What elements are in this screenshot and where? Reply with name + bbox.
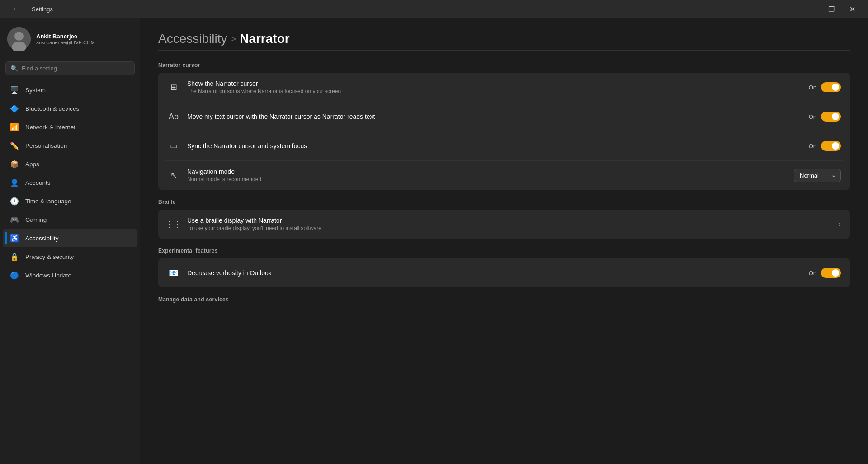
move-text-cursor-toggle-label: On (809, 113, 816, 120)
accessibility-icon: ♿ (10, 234, 19, 243)
sections-container: Narrator cursor⊞Show the Narrator cursor… (158, 62, 850, 303)
titlebar-title: Settings (32, 6, 53, 13)
breadcrumb-separator: > (231, 34, 236, 44)
nav-mode-dropdown[interactable]: NormalAdvanced (794, 169, 841, 182)
nav-mode-title: Navigation mode (187, 168, 787, 175)
setting-row-braille-display[interactable]: ⋮⋮Use a braille display with NarratorTo … (158, 210, 850, 239)
braille-display-text: Use a braille display with NarratorTo us… (187, 217, 831, 231)
sidebar-item-label-update: Windows Update (25, 272, 71, 279)
show-cursor-desc: The Narrator cursor is where Narrator is… (187, 88, 802, 94)
back-icon: ← (12, 5, 19, 13)
setting-row-decrease-verbosity[interactable]: 📧Decrease verbosity in OutlookOn (158, 258, 850, 287)
sidebar-item-apps[interactable]: 📦Apps (3, 155, 137, 173)
show-cursor-toggle[interactable] (821, 82, 841, 92)
setting-card-experimental: 📧Decrease verbosity in OutlookOn (158, 258, 850, 287)
setting-row-sync-cursor[interactable]: ▭Sync the Narrator cursor and system foc… (158, 131, 850, 160)
move-text-cursor-icon: Ab (167, 110, 180, 123)
maximize-button[interactable]: ❐ (821, 2, 842, 16)
show-cursor-text: Show the Narrator cursorThe Narrator cur… (187, 80, 802, 94)
gaming-icon: 🎮 (10, 215, 19, 224)
decrease-verbosity-icon: 📧 (167, 267, 180, 279)
sync-cursor-toggle-wrapper: On (809, 141, 841, 151)
breadcrumb: Accessibility > Narrator (158, 32, 850, 46)
sync-cursor-toggle-label: On (809, 143, 816, 150)
section-label-braille: Braille (158, 199, 850, 205)
decrease-verbosity-toggle[interactable] (821, 268, 841, 278)
move-text-cursor-toggle-wrapper: On (809, 112, 841, 122)
decrease-verbosity-text: Decrease verbosity in Outlook (187, 269, 802, 277)
move-text-cursor-title: Move my text cursor with the Narrator cu… (187, 113, 802, 120)
sidebar-item-bluetooth[interactable]: 🔷Bluetooth & devices (3, 99, 137, 117)
sidebar-item-label-accounts: Accounts (25, 179, 51, 186)
sidebar-item-label-system: System (25, 87, 46, 94)
show-cursor-title: Show the Narrator cursor (187, 80, 802, 87)
sync-cursor-toggle[interactable] (821, 141, 841, 151)
sync-cursor-text: Sync the Narrator cursor and system focu… (187, 142, 802, 150)
user-info: Ankit Banerjee ankitbanerjee@LIVE.COM (36, 33, 95, 45)
apps-icon: 📦 (10, 159, 19, 169)
show-cursor-toggle-label: On (809, 84, 816, 91)
sync-cursor-icon: ▭ (167, 140, 180, 152)
sidebar-item-label-personalisation: Personalisation (25, 142, 67, 149)
sidebar-item-accessibility[interactable]: ♿Accessibility (3, 229, 137, 247)
user-name: Ankit Banerjee (36, 33, 95, 40)
braille-display-icon: ⋮⋮ (167, 218, 180, 230)
decrease-verbosity-toggle-label: On (809, 270, 816, 277)
show-cursor-icon: ⊞ (167, 81, 180, 94)
network-icon: 📶 (10, 122, 19, 131)
user-email: ankitbanerjee@LIVE.COM (36, 40, 95, 45)
privacy-icon: 🔒 (10, 252, 19, 261)
sidebar-item-gaming[interactable]: 🎮Gaming (3, 211, 137, 229)
decrease-verbosity-title: Decrease verbosity in Outlook (187, 269, 802, 277)
breadcrumb-parent[interactable]: Accessibility (158, 32, 227, 46)
update-icon: 🔵 (10, 271, 19, 280)
sidebar-item-accounts[interactable]: 👤Accounts (3, 173, 137, 192)
section-label-narrator-cursor: Narrator cursor (158, 62, 850, 68)
sidebar-item-label-apps: Apps (25, 161, 39, 168)
sidebar-item-label-time: Time & language (25, 198, 71, 205)
section-label-experimental: Experimental features (158, 248, 850, 254)
progress-bar (158, 50, 850, 51)
sidebar-item-label-bluetooth: Bluetooth & devices (25, 105, 79, 112)
bluetooth-icon: 🔷 (10, 104, 19, 113)
braille-display-title: Use a braille display with Narrator (187, 217, 831, 224)
decrease-verbosity-toggle-wrapper: On (809, 268, 841, 278)
sidebar-item-update[interactable]: 🔵Windows Update (3, 266, 137, 284)
nav-mode-icon: ↖ (167, 169, 180, 182)
sidebar-item-privacy[interactable]: 🔒Privacy & security (3, 248, 137, 266)
move-text-cursor-toggle[interactable] (821, 112, 841, 122)
sidebar-item-label-accessibility: Accessibility (25, 235, 59, 242)
sidebar-item-time[interactable]: 🕐Time & language (3, 192, 137, 210)
nav-mode-text: Navigation modeNormal mode is recommende… (187, 168, 787, 183)
sidebar-item-label-privacy: Privacy & security (25, 253, 74, 260)
sidebar: Ankit Banerjee ankitbanerjee@LIVE.COM 🔍 … (0, 18, 140, 464)
minimize-button[interactable]: ─ (800, 2, 821, 16)
accounts-icon: 👤 (10, 178, 19, 187)
sidebar-item-system[interactable]: 🖥️System (3, 81, 137, 99)
sidebar-item-personalisation[interactable]: ✏️Personalisation (3, 136, 137, 155)
active-indicator (5, 232, 7, 244)
back-button[interactable]: ← (5, 2, 26, 16)
search-box[interactable]: 🔍 (5, 61, 135, 75)
sidebar-item-label-gaming: Gaming (25, 216, 47, 223)
setting-card-braille: ⋮⋮Use a braille display with NarratorTo … (158, 210, 850, 239)
setting-card-narrator-cursor: ⊞Show the Narrator cursorThe Narrator cu… (158, 73, 850, 190)
system-icon: 🖥️ (10, 85, 19, 94)
sync-cursor-title: Sync the Narrator cursor and system focu… (187, 142, 802, 150)
sidebar-item-label-network: Network & internet (25, 124, 75, 131)
sidebar-nav: 🖥️System🔷Bluetooth & devices📶Network & i… (0, 80, 140, 285)
close-button[interactable]: ✕ (842, 2, 863, 16)
search-input[interactable] (22, 65, 130, 72)
braille-display-chevron-icon: › (838, 220, 841, 229)
titlebar: ← Settings ─ ❐ ✕ (0, 0, 868, 18)
nav-mode-desc: Normal mode is recommended (187, 176, 787, 183)
user-profile[interactable]: Ankit Banerjee ankitbanerjee@LIVE.COM (0, 18, 140, 58)
titlebar-left: ← Settings (5, 2, 53, 16)
avatar (7, 27, 31, 51)
show-cursor-toggle-wrapper: On (809, 82, 841, 92)
setting-row-nav-mode[interactable]: ↖Navigation modeNormal mode is recommend… (158, 161, 850, 190)
app-body: Ankit Banerjee ankitbanerjee@LIVE.COM 🔍 … (0, 18, 868, 464)
sidebar-item-network[interactable]: 📶Network & internet (3, 118, 137, 136)
setting-row-show-cursor[interactable]: ⊞Show the Narrator cursorThe Narrator cu… (158, 73, 850, 102)
setting-row-move-text-cursor[interactable]: AbMove my text cursor with the Narrator … (158, 102, 850, 131)
